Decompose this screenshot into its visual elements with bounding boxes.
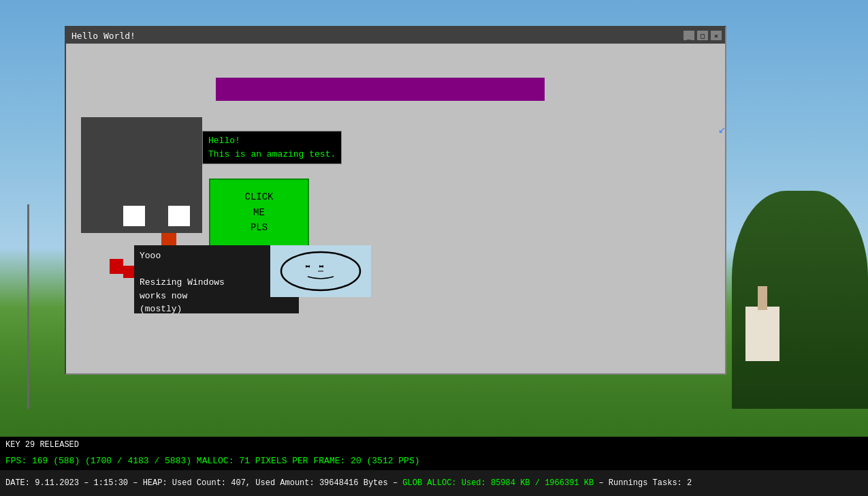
close-button[interactable]: ✕ bbox=[710, 30, 722, 41]
window-title: Hello World! bbox=[69, 31, 135, 41]
maximize-button[interactable]: □ bbox=[696, 30, 709, 41]
heap-count: Count: 407, bbox=[192, 478, 256, 488]
oval-canvas bbox=[270, 245, 371, 297]
date-status-text: DATE: 9.11.2023 – 1:15:30 – HEAP: Used C… bbox=[5, 478, 692, 488]
eye-right bbox=[168, 206, 190, 226]
glob-alloc: GLOB ALLOC: Used: 85984 KB / 1966391 KB bbox=[402, 478, 594, 488]
date-status-bar: DATE: 9.11.2023 – 1:15:30 – HEAP: Used C… bbox=[0, 470, 868, 496]
forest bbox=[732, 191, 868, 409]
powerline bbox=[27, 204, 29, 409]
resize-handle[interactable]: ↙ bbox=[718, 121, 732, 135]
oval-face-svg bbox=[270, 245, 371, 297]
eye-left bbox=[123, 206, 145, 226]
date-prefix: DATE: 9.11.2023 – 1:15:30 – HEAP: bbox=[5, 478, 172, 488]
key-status-text: KEY 29 RELEASED bbox=[5, 440, 79, 450]
pixel-face bbox=[81, 117, 202, 233]
used-label-1: Used bbox=[172, 478, 192, 488]
hello-text: Hello! This is an amazing test. bbox=[208, 134, 336, 161]
purple-bar bbox=[216, 78, 545, 101]
app-window: Hello World! _ □ ✕ Hello! This is an ama… bbox=[65, 26, 726, 375]
mouth-left bbox=[110, 259, 123, 274]
church bbox=[745, 307, 779, 361]
click-me-button[interactable]: CLICK ME PLS bbox=[209, 179, 309, 247]
used-label-2: Used bbox=[255, 478, 275, 488]
window-content: Hello! This is an amazing test. CLICK ME… bbox=[66, 44, 725, 373]
heap-amount: Amount: 39648416 Bytes – bbox=[275, 478, 402, 488]
running-tasks: – Runnings Tasks: 2 bbox=[594, 478, 692, 488]
minimize-button[interactable]: _ bbox=[683, 30, 695, 41]
resize-icon: ↙ bbox=[718, 121, 726, 136]
hello-text-box: Hello! This is an amazing test. bbox=[202, 131, 342, 164]
fps-status-bar: FPS: 169 (588) (1700 / 4183 / 5883) MALL… bbox=[0, 451, 868, 470]
click-me-label: CLICK ME PLS bbox=[244, 189, 273, 235]
title-bar: Hello World! _ □ ✕ bbox=[66, 27, 725, 44]
fps-status-text: FPS: 169 (588) (1700 / 4183 / 5883) MALL… bbox=[5, 456, 420, 466]
title-buttons: _ □ ✕ bbox=[683, 30, 722, 41]
